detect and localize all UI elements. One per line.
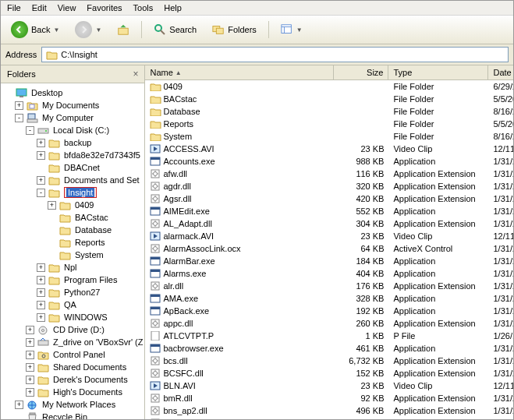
tree-item[interactable]: +QA	[2, 298, 143, 311]
tree-item[interactable]: +Shared Documents	[2, 361, 143, 373]
file-row[interactable]: bmR.dll92 KBApplication Extension1/31/20…	[145, 392, 514, 404]
file-row[interactable]: Accounts.exe988 KBApplication1/31/2007 3…	[145, 155, 514, 168]
expand-toggle[interactable]: +	[37, 288, 45, 297]
file-row[interactable]: AL_Adapt.dll304 KBApplication Extension1…	[145, 217, 514, 230]
file-list[interactable]: 0409File Folder6/29/2021 10:36 AMBACstac…	[145, 80, 514, 419]
tree-item[interactable]: +Program Files	[2, 274, 143, 286]
file-row[interactable]: SystemFile Folder8/16/2021 11:19 AM	[145, 130, 514, 143]
tree-item[interactable]: +Z_drive on 'VBoxSvr' (Z	[2, 336, 143, 348]
tree-item[interactable]: -My Computer	[2, 111, 143, 124]
col-name[interactable]: Name ▲	[145, 65, 334, 79]
collapse-toggle[interactable]: -	[15, 114, 23, 122]
file-row[interactable]: AIMEdit.exe552 KBApplication1/31/2007 3:…	[145, 205, 514, 217]
expand-toggle[interactable]: +	[26, 338, 34, 347]
file-row[interactable]: BLN.AVI23 KBVideo Clip12/11/2002 1:09 PM	[145, 379, 514, 392]
tree-item[interactable]: +Control Panel	[2, 348, 143, 361]
file-type: File Folder	[388, 94, 488, 104]
forward-dropdown-icon[interactable]: ▼	[95, 26, 101, 34]
file-row[interactable]: BACstacFile Folder5/5/2021 12:26 PM	[145, 93, 514, 105]
back-dropdown-icon[interactable]: ▼	[53, 26, 59, 34]
views-button[interactable]: ▼	[275, 21, 308, 38]
collapse-toggle[interactable]: -	[37, 189, 45, 197]
file-row[interactable]: ACCESS.AVI23 KBVideo Clip12/11/2002 1:07…	[145, 143, 514, 155]
menu-edit[interactable]: Edit	[32, 3, 47, 12]
file-row[interactable]: bns_ap2.dll496 KBApplication Extension1/…	[145, 404, 514, 417]
expand-toggle[interactable]: +	[37, 139, 45, 147]
file-row[interactable]: AlarmAssocLink.ocx64 KBActiveX Control1/…	[145, 242, 514, 255]
folder-tree[interactable]: Desktop+My Documents-My Computer-Local D…	[1, 83, 144, 419]
tree-item[interactable]: BACstac	[2, 211, 143, 224]
tree-item[interactable]: -Insight	[2, 186, 143, 199]
expand-toggle[interactable]: +	[37, 151, 45, 160]
file-row[interactable]: agdr.dll320 KBApplication Extension1/31/…	[145, 180, 514, 192]
col-size[interactable]: Size	[334, 65, 388, 79]
expand-toggle[interactable]: +	[48, 201, 56, 210]
file-row[interactable]: afw.dll116 KBApplication Extension1/31/2…	[145, 168, 514, 180]
tree-item[interactable]: Recycle Bin	[2, 411, 143, 419]
file-row[interactable]: bacbrowser.exe461 KBApplication1/31/2007…	[145, 342, 514, 355]
tree-item[interactable]: +Python27	[2, 286, 143, 298]
menu-file[interactable]: File	[7, 3, 21, 12]
expand-toggle[interactable]: +	[15, 101, 23, 110]
file-row[interactable]: appc.dll260 KBApplication Extension1/31/…	[145, 317, 514, 330]
menu-favorites[interactable]: Favorites	[87, 3, 122, 12]
tree-item[interactable]: -Local Disk (C:)	[2, 124, 143, 136]
expand-toggle[interactable]: +	[26, 363, 34, 372]
back-button[interactable]: Back ▼	[5, 19, 65, 41]
tree-item[interactable]: Reports	[2, 236, 143, 249]
file-row[interactable]: bcs.dll6,732 KBApplication Extension1/31…	[145, 355, 514, 367]
expand-toggle[interactable]: +	[37, 313, 45, 322]
tree-item[interactable]: DBACnet	[2, 161, 143, 174]
file-row[interactable]: AMA.exe328 KBApplication1/31/2007 3:45 A…	[145, 292, 514, 305]
close-panel-button[interactable]: ×	[133, 69, 138, 79]
views-dropdown-icon[interactable]: ▼	[296, 26, 303, 34]
expand-toggle[interactable]: +	[26, 326, 34, 334]
menu-help[interactable]: Help	[164, 3, 182, 12]
tree-item[interactable]: +0409	[2, 199, 143, 211]
search-button[interactable]: Search	[148, 21, 202, 38]
menu-view[interactable]: View	[58, 3, 76, 12]
tree-item[interactable]: +backup	[2, 136, 143, 149]
file-row[interactable]: DatabaseFile Folder8/16/2021 11:41 AM	[145, 105, 514, 118]
file-row[interactable]: AlarmBar.exe184 KBApplication1/31/2007 3…	[145, 255, 514, 267]
file-row[interactable]: 0409File Folder6/29/2021 10:36 AM	[145, 80, 514, 93]
file-row[interactable]: ATLCVTPT.P1 KBP File1/26/1997 9:00 PM	[145, 330, 514, 342]
file-row[interactable]: ApBack.exe192 KBApplication1/31/2007 3:1…	[145, 305, 514, 317]
expand-toggle[interactable]: +	[26, 388, 34, 397]
file-row[interactable]: alarmack.AVI23 KBVideo Clip12/11/2002 1:…	[145, 230, 514, 242]
tree-item[interactable]: +bfda8e32e7d7343f5	[2, 149, 143, 161]
forward-button[interactable]: ▼	[69, 19, 107, 41]
expand-toggle[interactable]: +	[26, 376, 34, 384]
menu-tools[interactable]: Tools	[133, 3, 154, 12]
expand-toggle[interactable]: +	[26, 351, 34, 359]
tree-item[interactable]: +My Network Places	[2, 398, 143, 411]
file-size: 1 KB	[334, 331, 388, 341]
file-row[interactable]: alr.dll176 KBApplication Extension1/31/2…	[145, 280, 514, 292]
address-input[interactable]: C:\Insight	[41, 47, 509, 62]
collapse-toggle[interactable]: -	[26, 126, 34, 135]
tree-item[interactable]: +Derek's Documents	[2, 373, 143, 386]
expand-toggle[interactable]: +	[15, 401, 23, 409]
tree-item[interactable]: Desktop	[2, 86, 143, 99]
tree-item[interactable]: +High's Documents	[2, 386, 143, 398]
tree-item[interactable]: +Documents and Set	[2, 174, 143, 186]
file-row[interactable]: ReportsFile Folder5/5/2021 12:26 PM	[145, 118, 514, 130]
tree-item[interactable]: System	[2, 249, 143, 261]
up-button[interactable]	[112, 21, 135, 38]
expand-toggle[interactable]: +	[37, 301, 45, 309]
folders-button[interactable]: Folders	[207, 21, 262, 38]
tree-item[interactable]: Database	[2, 224, 143, 236]
tree-item[interactable]: +CD Drive (D:)	[2, 323, 143, 336]
expand-toggle[interactable]: +	[37, 176, 45, 185]
expand-toggle[interactable]: +	[37, 276, 45, 284]
expand-toggle[interactable]: +	[37, 263, 45, 272]
tree-item[interactable]: +My Documents	[2, 99, 143, 111]
file-row[interactable]: Alarms.exe404 KBApplication1/31/2007 3:1…	[145, 267, 514, 280]
file-row[interactable]: BCSFC.dll152 KBApplication Extension1/31…	[145, 367, 514, 379]
file-row[interactable]: Agsr.dll420 KBApplication Extension1/31/…	[145, 192, 514, 205]
file-row[interactable]: bns_p2.dll120 KBApplication Extension1/3…	[145, 417, 514, 419]
col-date[interactable]: Date Modified	[488, 65, 514, 79]
tree-item[interactable]: +Npl	[2, 261, 143, 274]
col-type[interactable]: Type	[388, 65, 488, 79]
tree-item[interactable]: +WINDOWS	[2, 311, 143, 323]
